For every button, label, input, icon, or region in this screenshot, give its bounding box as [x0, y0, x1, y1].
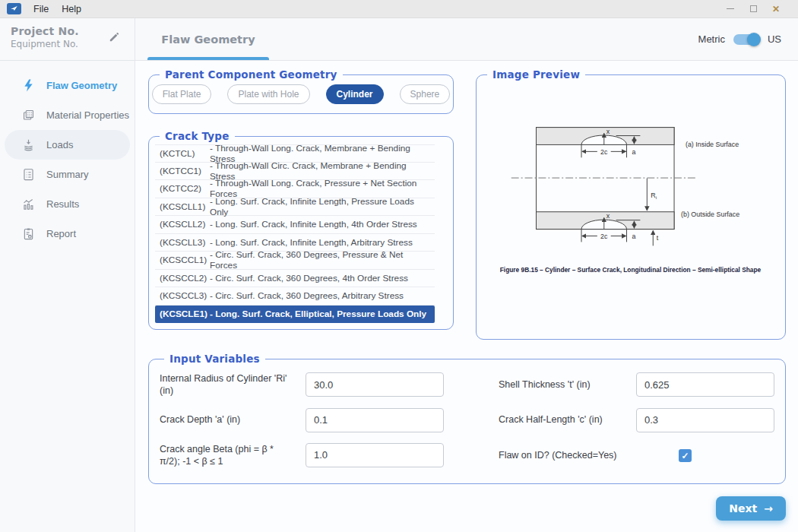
- svg-text:a: a: [632, 233, 635, 240]
- crack-angle-beta-label: Crack angle Beta (phi = β * π/2); -1 < β…: [160, 443, 293, 468]
- svg-text:(b) Outside Surface: (b) Outside Surface: [681, 211, 739, 218]
- cylinder-button[interactable]: Cylinder: [326, 84, 384, 104]
- crack-type-list: (KCTCL)- Through-Wall Long. Crack, Membr…: [155, 144, 435, 323]
- sidebar-item-label: Flaw Geometry: [46, 80, 117, 91]
- sidebar-item-label: Summary: [46, 169, 89, 180]
- parent-component-geometry-section: Parent Component Geometry Flat Plate Pla…: [148, 68, 454, 114]
- content-area: Parent Component Geometry Flat Plate Pla…: [135, 61, 798, 532]
- plate-with-hole-button[interactable]: Plate with Hole: [227, 84, 309, 104]
- main-panel: Flaw Geometry Metric US Parent Comp: [135, 18, 798, 532]
- project-header: Project No. Equipment No.: [0, 18, 135, 61]
- equipment-number-label: Equipment No.: [11, 39, 124, 49]
- close-icon: ✕: [772, 4, 780, 14]
- pencil-icon: [108, 30, 121, 43]
- svg-text:2c: 2c: [600, 233, 608, 240]
- flat-plate-button[interactable]: Flat Plate: [152, 84, 212, 104]
- unit-toggle-switch[interactable]: [733, 34, 759, 45]
- menu-file[interactable]: File: [33, 4, 49, 14]
- svg-text:t: t: [657, 234, 659, 242]
- crack-type-option[interactable]: (KCSCCL1)- Circ. Surf. Crack, 360 Degree…: [155, 252, 435, 270]
- crack-half-length-input[interactable]: [636, 408, 774, 432]
- internal-radius-label: Internal Radius of Cylinder 'Ri' (in): [160, 372, 293, 397]
- project-number-label: Project No.: [11, 25, 124, 37]
- flaw-on-id-label: Flaw on ID? (Checked=Yes): [456, 449, 624, 461]
- sidebar-item-flaw-geometry[interactable]: Flaw Geometry: [0, 71, 135, 100]
- image-preview-section: Image Preview: [476, 68, 786, 340]
- minimize-button[interactable]: [719, 1, 742, 17]
- maximize-icon: [750, 5, 757, 12]
- material-sheet-icon: [21, 108, 36, 122]
- titlebar: File Help ✕: [0, 0, 798, 18]
- sidebar-item-label: Loads: [46, 139, 73, 150]
- toggle-knob: [747, 33, 761, 46]
- lightning-bolt-icon: [21, 78, 36, 93]
- crack-angle-beta-input[interactable]: [306, 443, 444, 467]
- flaw-diagram: x 2c a (a) Inside Surface: [483, 91, 778, 281]
- svg-text:x: x: [606, 128, 610, 135]
- maximize-button[interactable]: [742, 1, 765, 17]
- next-button[interactable]: Next →: [716, 496, 786, 521]
- crack-type-option[interactable]: (KCSCCL3)- Circ. Surf. Crack, 360 Degree…: [155, 287, 435, 306]
- crack-half-length-label: Crack Half-Length 'c' (in): [456, 413, 624, 426]
- sphere-button[interactable]: Sphere: [400, 84, 451, 104]
- crack-type-option[interactable]: (KCSCLL1)- Long. Surf. Crack, Infinite L…: [155, 198, 435, 217]
- minimize-icon: [727, 8, 734, 9]
- sidebar-item-label: Results: [46, 198, 79, 210]
- sidebar: Project No. Equipment No. Flaw Geometry: [0, 18, 135, 532]
- input-variables-legend: Input Variables: [164, 353, 265, 365]
- sidebar-nav: Flaw Geometry: [0, 61, 135, 249]
- next-button-label: Next: [729, 502, 757, 515]
- crack-type-option[interactable]: (KCSCLL2)- Long. Surf. Crack, Infinite L…: [155, 216, 435, 234]
- report-clipboard-icon: [21, 226, 36, 241]
- svg-text:Ri: Ri: [651, 192, 657, 200]
- parent-component-geometry-legend: Parent Component Geometry: [160, 68, 343, 81]
- tab-label: Flaw Geometry: [161, 33, 255, 46]
- arrow-right-icon: →: [764, 502, 773, 515]
- close-button[interactable]: ✕: [765, 1, 787, 17]
- crack-depth-label: Crack Depth 'a' (in): [160, 413, 293, 426]
- crack-type-legend: Crack Type: [160, 130, 235, 142]
- sidebar-item-report[interactable]: Report: [0, 219, 135, 249]
- sidebar-item-results[interactable]: Results: [0, 189, 135, 219]
- input-variables-section: Input Variables Internal Radius of Cylin…: [148, 353, 786, 484]
- app-window: File Help ✕ Project No. Equipment No.: [0, 0, 798, 532]
- sidebar-item-label: Material Properties: [46, 109, 129, 121]
- header-spacer: [269, 18, 698, 60]
- crack-depth-input[interactable]: [306, 408, 444, 432]
- unit-toggle-group: Metric US: [698, 18, 781, 60]
- crack-type-option-selected[interactable]: (KCSCLE1)- Long. Surf. Crack, Elliptical…: [155, 306, 435, 324]
- internal-radius-input[interactable]: [306, 372, 444, 397]
- app-logo-icon: [7, 3, 21, 14]
- svg-text:x: x: [606, 212, 610, 220]
- tab-active-indicator: [147, 57, 269, 60]
- us-label: US: [768, 33, 781, 45]
- svg-text:(a) Inside Surface: (a) Inside Surface: [686, 141, 739, 148]
- main-header: Flaw Geometry Metric US: [135, 18, 798, 61]
- image-preview-legend: Image Preview: [487, 68, 585, 81]
- results-chart-icon: [21, 197, 36, 211]
- summary-list-icon: [21, 167, 36, 182]
- svg-text:a: a: [632, 148, 635, 156]
- sidebar-item-label: Report: [46, 228, 76, 239]
- svg-text:2c: 2c: [600, 148, 608, 156]
- menu-help[interactable]: Help: [62, 4, 81, 14]
- flaw-on-id-checkbox[interactable]: ✓: [679, 449, 692, 462]
- sidebar-item-material-properties[interactable]: Material Properties: [0, 100, 135, 130]
- loads-stack-icon: [21, 138, 36, 152]
- figure-caption: Figure 9B.15 – Cylinder – Surface Crack,…: [500, 266, 762, 274]
- sidebar-item-summary[interactable]: Summary: [0, 160, 135, 189]
- crack-type-option[interactable]: (KCSCCL2)- Circ. Surf. Crack, 360 Degree…: [155, 270, 435, 288]
- metric-label: Metric: [698, 33, 725, 45]
- shell-thickness-input[interactable]: [636, 372, 774, 397]
- shell-thickness-label: Shell Thickness 't' (in): [456, 378, 624, 391]
- sidebar-item-loads[interactable]: Loads: [5, 130, 130, 160]
- edit-project-button[interactable]: [108, 30, 121, 46]
- tab-flaw-geometry[interactable]: Flaw Geometry: [147, 18, 269, 60]
- crack-type-section: Crack Type (KCTCL)- Through-Wall Long. C…: [148, 130, 454, 330]
- check-icon: ✓: [681, 451, 689, 461]
